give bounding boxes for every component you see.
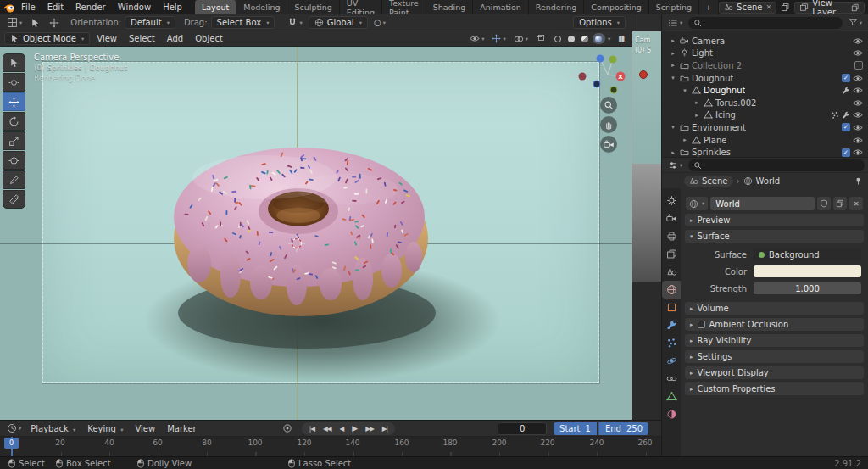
section-custom-properties[interactable]: ▸ Custom Properties bbox=[685, 382, 864, 395]
section-ray-visibility[interactable]: ▸ Ray Visibility bbox=[685, 334, 864, 347]
menu-file[interactable]: File bbox=[15, 3, 42, 12]
tab-particles[interactable] bbox=[662, 334, 681, 352]
frame-end-field[interactable]: End250 bbox=[598, 422, 648, 435]
select-box-tool[interactable] bbox=[3, 53, 25, 72]
tab-constraints[interactable] bbox=[662, 370, 681, 388]
menu-playback[interactable]: Playback ▾ bbox=[25, 424, 81, 433]
gizmos-dropdown[interactable]: ▾ bbox=[489, 32, 508, 46]
orientation-dropdown[interactable]: Default▾ bbox=[125, 16, 175, 29]
drag-dropdown[interactable]: Select Box▾ bbox=[211, 16, 275, 29]
outliner-row-icing[interactable]: ▸ Icing bbox=[662, 109, 868, 122]
world-name-field[interactable]: World bbox=[710, 197, 815, 210]
workspace-tab-compositing[interactable]: Compositing bbox=[584, 0, 649, 14]
menu-add[interactable]: Add bbox=[162, 34, 188, 43]
outliner-row-torus[interactable]: ▸ Torus.002 bbox=[662, 97, 868, 109]
tab-modifiers[interactable] bbox=[662, 316, 681, 334]
workspace-tab-uv-editing[interactable]: UV Editing bbox=[340, 0, 382, 14]
tab-scene[interactable] bbox=[662, 263, 681, 281]
copy-datablock-button[interactable] bbox=[833, 197, 847, 210]
properties-editor-type-button[interactable]: ▾ bbox=[665, 159, 685, 172]
workspace-tab-scripting[interactable]: Scripting bbox=[649, 0, 699, 14]
workspace-tab-rendering[interactable]: Rendering bbox=[529, 0, 585, 14]
section-volume[interactable]: ▸ Volume bbox=[685, 302, 864, 315]
tab-view-layer[interactable] bbox=[662, 245, 681, 263]
strength-slider[interactable]: 1.000 bbox=[754, 282, 861, 294]
outliner-row-camera[interactable]: ▸ Camera bbox=[662, 35, 868, 47]
xray-toggle[interactable] bbox=[533, 32, 548, 46]
next-keyframe-button[interactable]: ▶▶ bbox=[361, 425, 378, 433]
outliner-row-environment[interactable]: ▾ Environment ✓ bbox=[662, 121, 868, 134]
overlays-dropdown[interactable]: ▾ bbox=[511, 32, 531, 46]
tab-output[interactable] bbox=[662, 227, 681, 245]
scene-selector[interactable]: Scene ✕ bbox=[719, 2, 776, 14]
collection-checkbox[interactable]: ✓ bbox=[842, 74, 850, 82]
tab-tool[interactable] bbox=[662, 192, 681, 209]
collection-checkbox[interactable]: ✓ bbox=[842, 123, 850, 131]
menu-render[interactable]: Render bbox=[70, 3, 112, 12]
menu-marker[interactable]: Marker bbox=[162, 424, 202, 433]
eye-icon[interactable] bbox=[853, 87, 863, 94]
fake-user-button[interactable] bbox=[817, 197, 831, 210]
properties-search-input[interactable] bbox=[705, 160, 860, 170]
menu-keying[interactable]: Keying ▾ bbox=[82, 424, 128, 433]
outliner-editor-type-button[interactable]: ▾ bbox=[665, 16, 685, 30]
pan-button[interactable] bbox=[600, 116, 617, 133]
play-button[interactable]: ▶ bbox=[348, 424, 361, 433]
eye-icon[interactable] bbox=[853, 148, 863, 156]
outliner-row-plane[interactable]: ▸ Plane bbox=[662, 134, 868, 147]
outliner-row-collection-2[interactable]: ▸ Collection 2 ✓ bbox=[662, 59, 868, 72]
proportional-edit-button[interactable]: ○ ▾ bbox=[371, 16, 388, 30]
collection-checkbox[interactable]: ✓ bbox=[842, 148, 850, 157]
active-tool-move-button[interactable] bbox=[47, 16, 62, 30]
unlink-button[interactable]: ✕ bbox=[849, 197, 863, 210]
outliner-search-input[interactable] bbox=[705, 18, 837, 27]
ambient-occlusion-checkbox[interactable] bbox=[698, 321, 705, 328]
scale-tool[interactable] bbox=[3, 131, 25, 150]
editor-type-button[interactable]: ▾ bbox=[4, 16, 25, 30]
axis-z-neg-ball[interactable] bbox=[593, 81, 600, 87]
outliner-row-doughnut-object[interactable]: ▾ Doughnut bbox=[662, 84, 868, 97]
cursor-tool[interactable] bbox=[3, 73, 25, 92]
options-dropdown[interactable]: Options▾ bbox=[573, 16, 626, 29]
properties-search[interactable] bbox=[688, 159, 865, 171]
close-icon[interactable]: ✕ bbox=[766, 3, 772, 11]
transform-tool[interactable] bbox=[3, 151, 25, 170]
section-settings[interactable]: ▸ Settings bbox=[685, 350, 864, 363]
new-scene-icon[interactable] bbox=[781, 3, 790, 12]
camera-view-button[interactable] bbox=[600, 136, 617, 153]
menu-view[interactable]: View bbox=[92, 34, 122, 43]
axis-y-ball[interactable] bbox=[609, 56, 617, 64]
section-preview[interactable]: ▸ Preview bbox=[685, 214, 864, 226]
view-layer-selector[interactable]: View Layer bbox=[794, 2, 865, 14]
object-visibility-dropdown[interactable]: ▾ bbox=[467, 32, 487, 46]
axis-y-neg-ball[interactable] bbox=[610, 87, 617, 93]
transform-pivot-dropdown[interactable]: Global▾ bbox=[309, 16, 368, 29]
active-tool-select-button[interactable] bbox=[28, 16, 43, 30]
section-ambient-occlusion[interactable]: ▸ Ambient Occlusion bbox=[685, 318, 864, 331]
menu-help[interactable]: Help bbox=[157, 3, 188, 12]
menu-select[interactable]: Select bbox=[124, 34, 160, 43]
viewport-canvas[interactable]: Camera Perspective (0) Sprinkles | Dough… bbox=[0, 47, 632, 420]
outliner-row-doughnut-collection[interactable]: ▾ Doughnut ✓ bbox=[662, 72, 868, 85]
navigation-gizmo[interactable]: X bbox=[590, 52, 627, 94]
eye-icon[interactable] bbox=[853, 124, 863, 131]
workspace-tab-layout[interactable]: Layout bbox=[195, 0, 236, 14]
world-color-swatch[interactable] bbox=[754, 265, 861, 277]
eye-icon[interactable] bbox=[853, 37, 863, 45]
workspace-tab-animation[interactable]: Animation bbox=[473, 0, 528, 14]
zoom-button[interactable] bbox=[600, 97, 617, 114]
tab-material[interactable] bbox=[662, 405, 681, 423]
eye-icon[interactable] bbox=[853, 75, 863, 82]
tab-physics[interactable] bbox=[662, 352, 681, 370]
outliner-search[interactable] bbox=[688, 17, 842, 29]
timeline-editor-type-button[interactable]: ▾ bbox=[4, 422, 24, 435]
breadcrumb-scene[interactable]: Scene bbox=[684, 176, 733, 187]
add-workspace-button[interactable]: + bbox=[699, 0, 719, 14]
outliner-filter-button[interactable]: ▾ bbox=[846, 16, 865, 30]
workspace-tab-texture-paint[interactable]: Texture Paint bbox=[382, 0, 426, 14]
section-surface[interactable]: ▾ Surface bbox=[685, 230, 864, 243]
menu-view[interactable]: View bbox=[130, 424, 160, 433]
workspace-tab-sculpting[interactable]: Sculpting bbox=[287, 0, 339, 14]
tab-object-data[interactable] bbox=[662, 388, 681, 405]
eye-icon[interactable] bbox=[853, 137, 863, 144]
